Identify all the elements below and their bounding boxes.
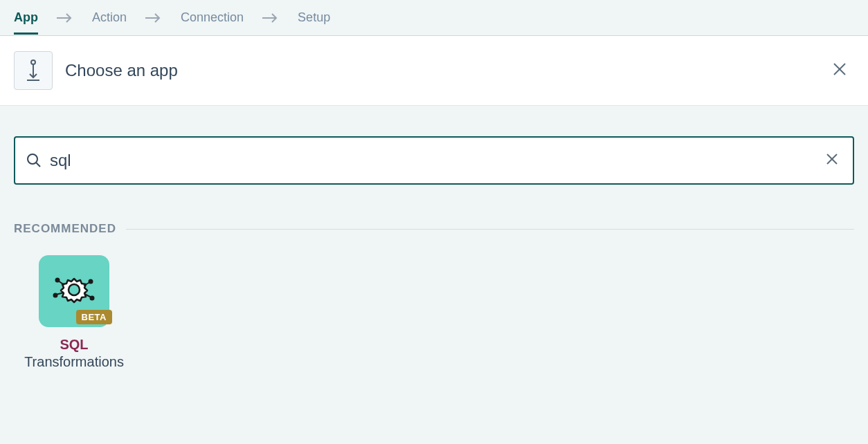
search-box[interactable] xyxy=(14,136,854,185)
gear-network-icon xyxy=(53,268,96,314)
step-action[interactable]: Action xyxy=(92,1,127,35)
section-header: RECOMMENDED xyxy=(14,222,854,236)
beta-badge: BETA xyxy=(76,310,112,324)
svg-point-15 xyxy=(56,279,60,282)
arrow-right-icon xyxy=(145,12,163,24)
app-card-sql-transformations[interactable]: BETA SQL Transformations xyxy=(29,255,119,378)
close-button[interactable] xyxy=(828,57,851,84)
step-app[interactable]: App xyxy=(14,1,38,35)
page-title: Choose an app xyxy=(65,61,828,80)
stepper: App Action Connection Setup xyxy=(0,0,868,36)
svg-line-9 xyxy=(37,163,41,167)
clear-search-button[interactable] xyxy=(822,149,842,172)
svg-point-13 xyxy=(69,284,80,295)
page-header: Choose an app xyxy=(0,36,868,106)
title-highlight: SQL xyxy=(60,337,88,352)
app-card-title: SQL Transformations xyxy=(24,337,124,371)
svg-point-3 xyxy=(31,60,35,64)
svg-point-8 xyxy=(28,154,37,164)
close-icon xyxy=(832,67,847,79)
search-input[interactable] xyxy=(50,151,822,170)
step-setup[interactable]: Setup xyxy=(298,1,330,35)
step-connection[interactable]: Connection xyxy=(181,1,244,35)
results-grid: BETA SQL Transformations xyxy=(14,255,854,378)
section-label: RECOMMENDED xyxy=(14,222,116,236)
title-rest: Transformations xyxy=(24,353,124,371)
search-icon xyxy=(26,153,42,168)
content: RECOMMENDED xyxy=(0,106,868,392)
svg-point-19 xyxy=(89,280,93,284)
app-tile: BETA xyxy=(39,255,109,327)
svg-point-21 xyxy=(91,297,94,300)
app-placeholder-icon xyxy=(14,51,53,90)
close-icon xyxy=(825,156,839,168)
arrow-right-icon xyxy=(262,12,280,24)
section-divider xyxy=(126,229,854,230)
arrow-right-icon xyxy=(56,12,74,24)
svg-point-17 xyxy=(54,294,57,297)
